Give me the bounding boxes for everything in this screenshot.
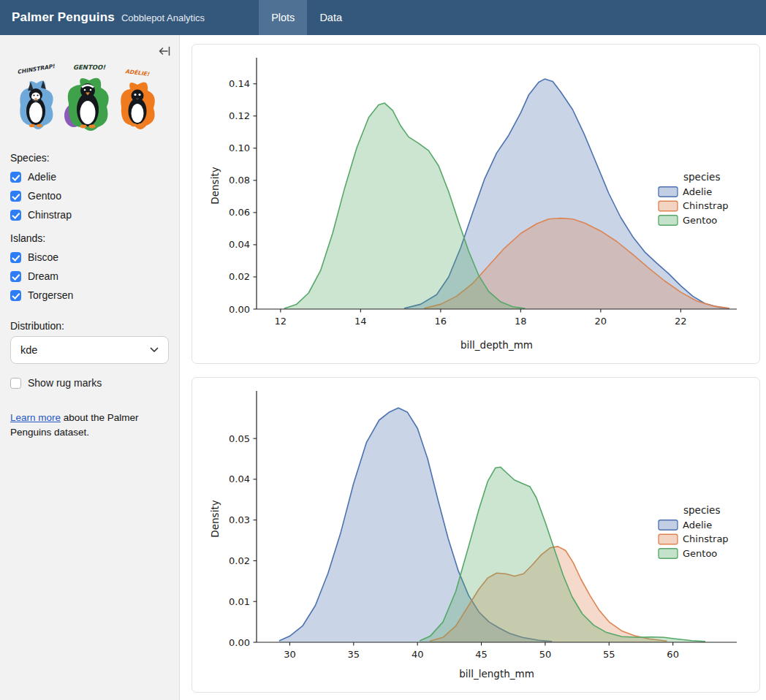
svg-text:18: 18 <box>515 316 527 327</box>
tab-plots[interactable]: Plots <box>259 0 307 35</box>
svg-text:0.04: 0.04 <box>229 473 250 484</box>
svg-text:0.04: 0.04 <box>229 239 250 250</box>
checkbox-gentoo[interactable]: Gentoo <box>10 190 169 202</box>
svg-text:bill_depth_mm: bill_depth_mm <box>460 339 533 351</box>
svg-text:Adelie: Adelie <box>683 520 712 530</box>
main-content: 1214161820220.000.020.040.060.080.100.12… <box>180 35 766 700</box>
svg-text:55: 55 <box>603 649 615 660</box>
svg-text:45: 45 <box>475 649 488 660</box>
app-header: Palmer Penguins Cobblepot Analytics Plot… <box>0 0 766 35</box>
checkbox-chinstrap[interactable]: Chinstrap <box>10 209 169 221</box>
svg-text:22: 22 <box>675 316 687 327</box>
penguin-artwork: CHINSTRAP! GENTOO! ADÉLIE! <box>12 61 169 140</box>
species-group-label: Species: <box>10 152 169 164</box>
adelie-penguin-illustration <box>121 82 155 129</box>
artwork-label-adelie: ADÉLIE! <box>125 68 151 77</box>
dream-checkbox[interactable] <box>10 271 21 282</box>
artwork-label-chinstrap: CHINSTRAP! <box>17 63 56 75</box>
svg-text:species: species <box>683 504 720 516</box>
svg-text:0.12: 0.12 <box>229 110 250 121</box>
chinstrap-checkbox[interactable] <box>10 210 21 221</box>
svg-text:0.02: 0.02 <box>229 555 250 566</box>
distribution-select-value: kde <box>20 344 37 356</box>
svg-text:species: species <box>683 171 720 183</box>
adelie-checkbox-label: Adelie <box>28 171 56 183</box>
chinstrap-checkbox-label: Chinstrap <box>28 209 72 221</box>
svg-text:35: 35 <box>348 649 360 660</box>
biscoe-checkbox[interactable] <box>10 252 21 263</box>
torgersen-checkbox[interactable] <box>10 290 21 301</box>
app-subtitle: Cobblepot Analytics <box>121 12 205 23</box>
svg-text:Density: Density <box>209 500 221 537</box>
islands-group-label: Islands: <box>10 232 169 244</box>
svg-text:Gentoo: Gentoo <box>683 215 717 226</box>
svg-text:0.00: 0.00 <box>229 304 250 315</box>
svg-text:12: 12 <box>275 316 287 327</box>
checkbox-show-rug-marks[interactable]: Show rug marks <box>10 377 169 389</box>
rug-marks-checkbox-label: Show rug marks <box>28 377 102 389</box>
bill-length-density-plot: 303540455055600.000.010.020.030.040.05bi… <box>198 384 754 686</box>
svg-text:Gentoo: Gentoo <box>683 548 717 559</box>
learn-more-link[interactable]: Learn more <box>10 412 61 423</box>
torgersen-checkbox-label: Torgersen <box>28 289 73 301</box>
chinstrap-penguin-illustration <box>20 80 53 129</box>
svg-text:20: 20 <box>595 316 607 327</box>
svg-text:0.00: 0.00 <box>229 637 250 648</box>
svg-text:0.06: 0.06 <box>229 207 250 218</box>
app-brand: Palmer Penguins Cobblepot Analytics <box>0 10 216 25</box>
svg-text:0.10: 0.10 <box>229 142 250 153</box>
checkbox-biscoe[interactable]: Biscoe <box>10 251 169 263</box>
bill-depth-card: 1214161820220.000.020.040.060.080.100.12… <box>192 44 760 364</box>
checkbox-dream[interactable]: Dream <box>10 270 169 282</box>
checkbox-adelie[interactable]: Adelie <box>10 171 169 183</box>
svg-text:50: 50 <box>539 649 552 660</box>
artwork-label-gentoo: GENTOO! <box>73 64 106 71</box>
svg-text:0.05: 0.05 <box>229 433 250 444</box>
app-title: Palmer Penguins <box>12 10 115 25</box>
gentoo-checkbox-label: Gentoo <box>28 190 61 202</box>
svg-text:Chinstrap: Chinstrap <box>683 200 729 211</box>
sidebar: CHINSTRAP! GENTOO! ADÉLIE! <box>0 35 180 700</box>
svg-text:16: 16 <box>435 316 447 327</box>
svg-text:bill_length_mm: bill_length_mm <box>459 668 534 680</box>
svg-text:0.14: 0.14 <box>229 78 250 89</box>
svg-text:0.08: 0.08 <box>229 175 250 186</box>
checkbox-torgersen[interactable]: Torgersen <box>10 289 169 301</box>
svg-text:60: 60 <box>667 649 679 660</box>
svg-text:14: 14 <box>354 316 367 327</box>
learn-more-text: Learn more about the Palmer Penguins dat… <box>10 411 155 441</box>
svg-text:0.03: 0.03 <box>229 514 250 525</box>
chevron-down-icon <box>150 347 159 353</box>
svg-text:Density: Density <box>209 167 221 204</box>
svg-text:Chinstrap: Chinstrap <box>683 533 729 544</box>
page-layout: CHINSTRAP! GENTOO! ADÉLIE! <box>0 35 766 700</box>
distribution-select[interactable]: kde <box>10 336 169 364</box>
gentoo-penguin-illustration <box>64 78 109 131</box>
distribution-group-label: Distribution: <box>10 320 169 332</box>
svg-text:30: 30 <box>284 649 296 660</box>
tab-data[interactable]: Data <box>307 0 354 35</box>
biscoe-checkbox-label: Biscoe <box>28 251 58 263</box>
svg-text:0.01: 0.01 <box>229 596 250 607</box>
nav-tabs: Plots Data <box>259 0 354 35</box>
svg-text:Adelie: Adelie <box>683 186 712 197</box>
bill-depth-density-plot: 1214161820220.000.020.040.060.080.100.12… <box>198 50 754 357</box>
sidebar-collapse-icon[interactable] <box>158 45 171 57</box>
rug-marks-checkbox[interactable] <box>10 378 21 389</box>
gentoo-checkbox[interactable] <box>10 191 21 202</box>
svg-text:40: 40 <box>412 649 424 660</box>
adelie-checkbox[interactable] <box>10 172 21 183</box>
dream-checkbox-label: Dream <box>28 270 58 282</box>
bill-length-card: 303540455055600.000.010.020.030.040.05bi… <box>192 377 760 693</box>
svg-text:0.02: 0.02 <box>229 271 250 282</box>
